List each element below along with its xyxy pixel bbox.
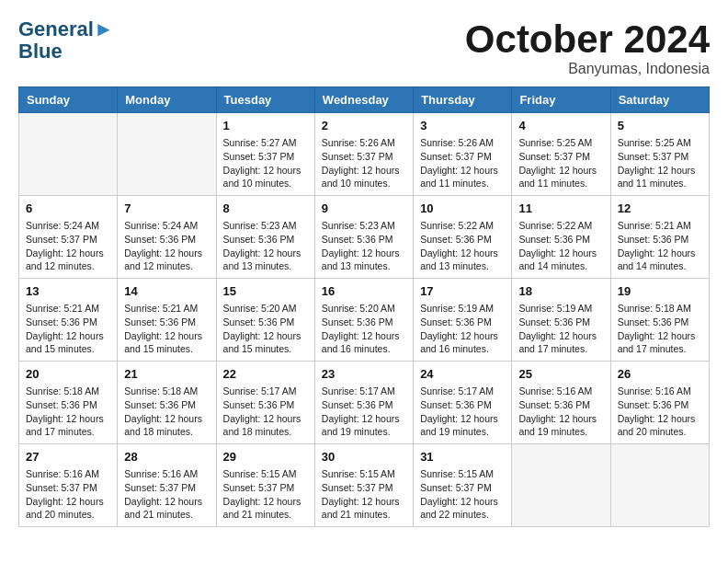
calendar-cell: 18Sunrise: 5:19 AMSunset: 5:36 PMDayligh… bbox=[512, 279, 610, 362]
day-info: Sunrise: 5:19 AMSunset: 5:36 PMDaylight:… bbox=[420, 302, 505, 356]
calendar-cell: 31Sunrise: 5:15 AMSunset: 5:37 PMDayligh… bbox=[414, 443, 512, 526]
calendar-table: SundayMondayTuesdayWednesdayThursdayFrid… bbox=[18, 86, 710, 527]
day-number: 10 bbox=[420, 201, 505, 217]
weekday-header-wednesday: Wednesday bbox=[314, 87, 413, 113]
day-info: Sunrise: 5:24 AMSunset: 5:36 PMDaylight:… bbox=[124, 219, 209, 273]
day-number: 17 bbox=[420, 283, 505, 300]
calendar-cell: 26Sunrise: 5:16 AMSunset: 5:36 PMDayligh… bbox=[610, 362, 709, 444]
calendar-cell: 2Sunrise: 5:26 AMSunset: 5:37 PMDaylight… bbox=[314, 113, 413, 196]
day-info: Sunrise: 5:20 AMSunset: 5:36 PMDaylight:… bbox=[322, 302, 406, 356]
day-info: Sunrise: 5:22 AMSunset: 5:36 PMDaylight:… bbox=[518, 219, 603, 273]
day-info: Sunrise: 5:15 AMSunset: 5:37 PMDaylight:… bbox=[420, 467, 505, 522]
day-number: 28 bbox=[124, 449, 209, 465]
calendar-cell bbox=[19, 113, 118, 196]
day-info: Sunrise: 5:22 AMSunset: 5:36 PMDaylight:… bbox=[420, 219, 505, 273]
weekday-header-saturday: Saturday bbox=[610, 87, 709, 113]
day-info: Sunrise: 5:17 AMSunset: 5:36 PMDaylight:… bbox=[223, 385, 308, 439]
day-number: 11 bbox=[518, 201, 603, 217]
calendar-cell: 10Sunrise: 5:22 AMSunset: 5:36 PMDayligh… bbox=[414, 196, 512, 279]
logo-text: General►Blue bbox=[18, 18, 114, 63]
calendar-cell: 21Sunrise: 5:18 AMSunset: 5:36 PMDayligh… bbox=[118, 362, 216, 444]
day-info: Sunrise: 5:23 AMSunset: 5:36 PMDaylight:… bbox=[223, 219, 308, 273]
calendar-cell: 23Sunrise: 5:17 AMSunset: 5:36 PMDayligh… bbox=[314, 362, 413, 444]
calendar-cell bbox=[512, 443, 610, 526]
calendar-cell: 11Sunrise: 5:22 AMSunset: 5:36 PMDayligh… bbox=[512, 196, 610, 279]
calendar-cell: 12Sunrise: 5:21 AMSunset: 5:36 PMDayligh… bbox=[610, 196, 709, 279]
weekday-header-friday: Friday bbox=[512, 87, 610, 113]
day-info: Sunrise: 5:15 AMSunset: 5:37 PMDaylight:… bbox=[322, 467, 406, 522]
day-number: 30 bbox=[322, 449, 406, 465]
calendar-cell: 28Sunrise: 5:16 AMSunset: 5:37 PMDayligh… bbox=[118, 443, 216, 526]
day-number: 1 bbox=[223, 118, 308, 134]
calendar-cell: 15Sunrise: 5:20 AMSunset: 5:36 PMDayligh… bbox=[216, 279, 314, 362]
calendar-cell: 3Sunrise: 5:26 AMSunset: 5:37 PMDaylight… bbox=[414, 113, 512, 196]
day-number: 15 bbox=[223, 283, 308, 300]
month-title: October 2024 bbox=[465, 18, 710, 61]
day-number: 22 bbox=[223, 366, 308, 383]
day-info: Sunrise: 5:24 AMSunset: 5:37 PMDaylight:… bbox=[26, 219, 110, 273]
calendar-cell: 4Sunrise: 5:25 AMSunset: 5:37 PMDaylight… bbox=[512, 113, 610, 196]
week-row-5: 27Sunrise: 5:16 AMSunset: 5:37 PMDayligh… bbox=[19, 443, 710, 526]
day-info: Sunrise: 5:26 AMSunset: 5:37 PMDaylight:… bbox=[322, 136, 406, 190]
weekday-header-monday: Monday bbox=[118, 87, 216, 113]
day-info: Sunrise: 5:17 AMSunset: 5:36 PMDaylight:… bbox=[420, 385, 505, 439]
day-info: Sunrise: 5:18 AMSunset: 5:36 PMDaylight:… bbox=[26, 385, 110, 439]
calendar-cell: 1Sunrise: 5:27 AMSunset: 5:37 PMDaylight… bbox=[216, 113, 314, 196]
weekday-header-sunday: Sunday bbox=[19, 87, 118, 113]
weekday-header-thursday: Thursday bbox=[414, 87, 512, 113]
day-number: 31 bbox=[420, 449, 505, 465]
calendar-cell: 27Sunrise: 5:16 AMSunset: 5:37 PMDayligh… bbox=[19, 443, 118, 526]
day-number: 19 bbox=[618, 283, 702, 300]
day-info: Sunrise: 5:21 AMSunset: 5:36 PMDaylight:… bbox=[618, 219, 702, 273]
calendar-cell: 19Sunrise: 5:18 AMSunset: 5:36 PMDayligh… bbox=[610, 279, 709, 362]
day-info: Sunrise: 5:21 AMSunset: 5:36 PMDaylight:… bbox=[124, 302, 209, 356]
calendar-cell: 25Sunrise: 5:16 AMSunset: 5:36 PMDayligh… bbox=[512, 362, 610, 444]
day-number: 18 bbox=[518, 283, 603, 300]
day-number: 16 bbox=[322, 283, 406, 300]
day-info: Sunrise: 5:25 AMSunset: 5:37 PMDaylight:… bbox=[618, 136, 702, 190]
day-number: 6 bbox=[26, 201, 110, 217]
location-subtitle: Banyumas, Indonesia bbox=[465, 61, 710, 77]
page-header: General►Blue October 2024 Banyumas, Indo… bbox=[18, 18, 710, 77]
day-info: Sunrise: 5:21 AMSunset: 5:36 PMDaylight:… bbox=[26, 302, 110, 356]
day-number: 23 bbox=[322, 366, 406, 383]
day-number: 9 bbox=[322, 201, 406, 217]
day-number: 26 bbox=[618, 366, 702, 383]
weekday-header-row: SundayMondayTuesdayWednesdayThursdayFrid… bbox=[19, 87, 710, 113]
calendar-cell: 14Sunrise: 5:21 AMSunset: 5:36 PMDayligh… bbox=[118, 279, 216, 362]
day-info: Sunrise: 5:16 AMSunset: 5:36 PMDaylight:… bbox=[618, 385, 702, 439]
day-info: Sunrise: 5:26 AMSunset: 5:37 PMDaylight:… bbox=[420, 136, 505, 190]
calendar-cell: 7Sunrise: 5:24 AMSunset: 5:36 PMDaylight… bbox=[118, 196, 216, 279]
day-info: Sunrise: 5:25 AMSunset: 5:37 PMDaylight:… bbox=[518, 136, 603, 190]
day-number: 4 bbox=[518, 118, 603, 134]
day-info: Sunrise: 5:16 AMSunset: 5:37 PMDaylight:… bbox=[26, 467, 110, 522]
day-number: 29 bbox=[223, 449, 308, 465]
calendar-cell: 5Sunrise: 5:25 AMSunset: 5:37 PMDaylight… bbox=[610, 113, 709, 196]
calendar-cell bbox=[118, 113, 216, 196]
calendar-cell bbox=[610, 443, 709, 526]
day-number: 24 bbox=[420, 366, 505, 383]
day-number: 3 bbox=[420, 118, 505, 134]
day-info: Sunrise: 5:19 AMSunset: 5:36 PMDaylight:… bbox=[518, 302, 603, 356]
day-number: 21 bbox=[124, 366, 209, 383]
title-block: October 2024 Banyumas, Indonesia bbox=[465, 18, 710, 77]
week-row-4: 20Sunrise: 5:18 AMSunset: 5:36 PMDayligh… bbox=[19, 362, 710, 444]
day-number: 27 bbox=[26, 449, 110, 465]
day-info: Sunrise: 5:20 AMSunset: 5:36 PMDaylight:… bbox=[223, 302, 308, 356]
day-info: Sunrise: 5:16 AMSunset: 5:37 PMDaylight:… bbox=[124, 467, 209, 522]
calendar-cell: 13Sunrise: 5:21 AMSunset: 5:36 PMDayligh… bbox=[19, 279, 118, 362]
day-number: 25 bbox=[518, 366, 603, 383]
calendar-cell: 24Sunrise: 5:17 AMSunset: 5:36 PMDayligh… bbox=[414, 362, 512, 444]
day-number: 2 bbox=[322, 118, 406, 134]
day-number: 7 bbox=[124, 201, 209, 217]
day-number: 20 bbox=[26, 366, 110, 383]
calendar-cell: 9Sunrise: 5:23 AMSunset: 5:36 PMDaylight… bbox=[314, 196, 413, 279]
day-info: Sunrise: 5:17 AMSunset: 5:36 PMDaylight:… bbox=[322, 385, 406, 439]
day-info: Sunrise: 5:23 AMSunset: 5:36 PMDaylight:… bbox=[322, 219, 406, 273]
day-number: 13 bbox=[26, 283, 110, 300]
logo: General►Blue bbox=[18, 18, 114, 63]
day-number: 12 bbox=[618, 201, 702, 217]
calendar-cell: 8Sunrise: 5:23 AMSunset: 5:36 PMDaylight… bbox=[216, 196, 314, 279]
day-info: Sunrise: 5:18 AMSunset: 5:36 PMDaylight:… bbox=[124, 385, 209, 439]
day-info: Sunrise: 5:18 AMSunset: 5:36 PMDaylight:… bbox=[618, 302, 702, 356]
